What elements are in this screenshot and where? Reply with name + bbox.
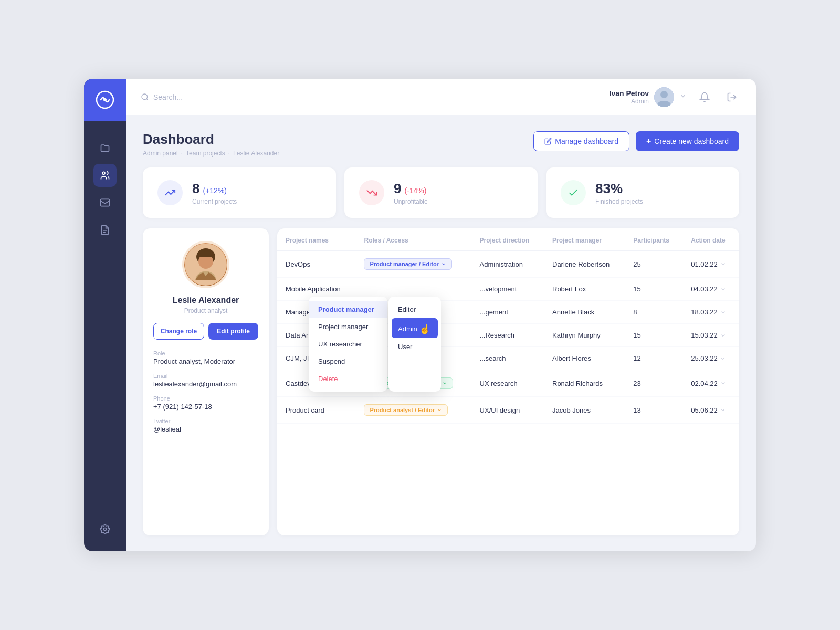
- sidebar: [84, 79, 126, 551]
- svg-point-2: [102, 172, 105, 174]
- sidebar-item-team[interactable]: [93, 164, 117, 187]
- stat-change-unprofitable: (-14%): [404, 186, 426, 195]
- detail-email: Email lesliealexander@gmail.com: [153, 373, 258, 388]
- page-title: Dashboard: [143, 131, 279, 148]
- search-placeholder: Search...: [153, 93, 183, 101]
- dropdown-item-suspend[interactable]: Suspend: [309, 353, 387, 370]
- expand-icon: [720, 380, 726, 386]
- expand-icon: [720, 286, 726, 292]
- user-info[interactable]: Ivan Petrov Admin: [610, 87, 687, 107]
- cell-direction: ...Research: [471, 324, 544, 347]
- dropdown-item-admin[interactable]: Admin ☝: [392, 318, 438, 338]
- chevron-icon: [441, 261, 446, 267]
- breadcrumb-sep1: ·: [181, 150, 183, 157]
- stat-icon-unprofitable: [359, 180, 384, 205]
- cell-date: 25.03.22: [682, 347, 739, 370]
- role-badge[interactable]: Product manager / Editor: [364, 258, 452, 270]
- edit-profile-button[interactable]: Edit profile: [208, 323, 258, 340]
- manage-dashboard-button[interactable]: Manage dashboard: [533, 131, 629, 151]
- user-role: Admin: [610, 98, 649, 105]
- dropdown-item-editor[interactable]: Editor: [388, 301, 441, 318]
- cell-participants: 13: [625, 397, 682, 424]
- svg-point-10: [660, 91, 668, 98]
- breadcrumb-admin: Admin panel: [143, 150, 178, 157]
- cell-date: 15.03.22: [682, 324, 739, 347]
- profile-name: Leslie Alexander: [173, 296, 239, 305]
- svg-point-6: [104, 528, 107, 531]
- expand-icon: [720, 355, 726, 362]
- plus-icon: +: [646, 136, 651, 146]
- detail-email-value: lesliealexander@gmail.com: [153, 380, 258, 388]
- sidebar-item-files[interactable]: [93, 136, 117, 160]
- cell-manager: Jacob Jones: [544, 397, 625, 424]
- detail-email-label: Email: [153, 373, 258, 379]
- sidebar-settings[interactable]: [93, 507, 117, 541]
- sidebar-item-documents[interactable]: [93, 218, 117, 242]
- col-project-direction: Project direction: [471, 228, 544, 251]
- cell-direction: ...gement: [471, 301, 544, 324]
- edit-icon: [544, 138, 552, 145]
- table-row: DevOps Product manager / Editor: [277, 251, 739, 278]
- search-box[interactable]: Search...: [141, 93, 610, 101]
- breadcrumb-user: Leslie Alexander: [233, 150, 279, 157]
- sidebar-navigation: [93, 131, 117, 507]
- detail-phone: Phone +7 (921) 142-57-18: [153, 395, 258, 411]
- cell-participants: 12: [625, 347, 682, 370]
- dropdown-left-menu: Product manager Project manager UX resea…: [309, 297, 387, 392]
- page-title-block: Dashboard Admin panel · Team projects · …: [143, 131, 279, 157]
- sidebar-item-mail[interactable]: [93, 191, 117, 214]
- stat-value-finished: 83%: [595, 181, 623, 197]
- user-text: Ivan Petrov Admin: [610, 89, 649, 105]
- topbar-right: Ivan Petrov Admin: [610, 87, 741, 107]
- stat-info-current: 8 (+12%) Current projects: [192, 181, 237, 205]
- profile-avatar-image: [184, 243, 227, 286]
- stat-card-current: 8 (+12%) Current projects: [143, 167, 336, 218]
- create-dashboard-button[interactable]: + Create new dashboard: [636, 131, 739, 151]
- svg-point-1: [103, 98, 107, 101]
- dropdown-overlay: Product manager Project manager UX resea…: [309, 297, 441, 392]
- profile-avatar: [182, 241, 229, 288]
- avatar: [654, 87, 674, 107]
- table-row: Product card Product analyst / Editor: [277, 397, 739, 424]
- detail-role-label: Role: [153, 350, 258, 356]
- cell-direction: UX research: [471, 370, 544, 397]
- cell-direction: Administration: [471, 251, 544, 278]
- cell-manager: Ronald Richards: [544, 370, 625, 397]
- dropdown-item-ux-researcher[interactable]: UX researcher: [309, 335, 387, 353]
- sidebar-logo[interactable]: [84, 79, 126, 121]
- header-actions: Manage dashboard + Create new dashboard: [533, 131, 739, 151]
- col-participants: Participants: [625, 228, 682, 251]
- role-badge[interactable]: Product analyst / Editor: [364, 404, 447, 416]
- stat-icon-current: [158, 180, 183, 205]
- col-project-names: Project names: [277, 228, 355, 251]
- notification-button[interactable]: [695, 88, 714, 107]
- cell-date: 04.03.22: [682, 278, 739, 301]
- cell-manager: Darlene Robertson: [544, 251, 625, 278]
- cell-direction: ...search: [471, 347, 544, 370]
- stat-value-current: 8: [192, 181, 200, 197]
- dropdown-item-delete[interactable]: Delete: [309, 370, 387, 387]
- stat-label-current: Current projects: [192, 198, 237, 205]
- cell-date: 18.03.22: [682, 301, 739, 324]
- cell-date: 05.06.22: [682, 397, 739, 424]
- stat-value-unprofitable: 9: [394, 181, 401, 197]
- cell-participants: 8: [625, 301, 682, 324]
- profile-role-tag: Product analyst: [184, 307, 228, 314]
- dropdown-item-product-manager[interactable]: Product manager: [309, 301, 387, 318]
- breadcrumb: Admin panel · Team projects · Leslie Ale…: [143, 150, 279, 157]
- logout-button[interactable]: [722, 88, 741, 107]
- cell-manager: Annette Black: [544, 301, 625, 324]
- cell-participants: 15: [625, 324, 682, 347]
- settings-icon-item[interactable]: [93, 518, 117, 541]
- svg-line-8: [146, 99, 148, 100]
- dropdown-item-project-manager[interactable]: Project manager: [309, 318, 387, 335]
- breadcrumb-sep2: ·: [228, 150, 230, 157]
- topbar: Search... Ivan Petrov Admin: [126, 79, 756, 116]
- change-role-button[interactable]: Change role: [153, 323, 204, 340]
- stat-icon-finished: [561, 180, 586, 205]
- stat-label-unprofitable: Unprofitable: [394, 198, 428, 205]
- dropdown-container: Product manager Project manager UX resea…: [309, 297, 441, 392]
- cell-date: 01.02.22: [682, 251, 739, 278]
- dropdown-item-user[interactable]: User: [388, 338, 441, 355]
- stat-info-unprofitable: 9 (-14%) Unprofitable: [394, 181, 428, 205]
